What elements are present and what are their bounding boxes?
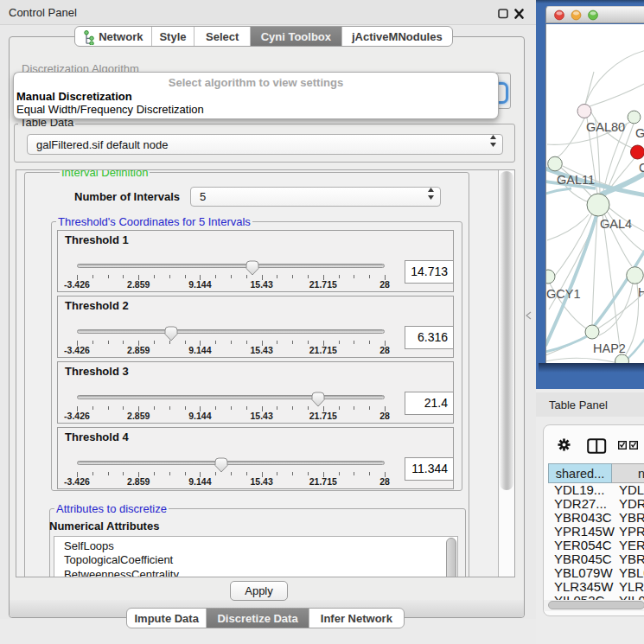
svg-text:GCY1: GCY1 (546, 287, 581, 301)
svg-text:H: H (638, 285, 644, 299)
svg-text:GAL4: GAL4 (600, 217, 632, 231)
svg-text:C: C (639, 161, 644, 175)
svg-text:GAL80: GAL80 (586, 120, 625, 134)
svg-text:GAL11: GAL11 (557, 173, 595, 187)
svg-text:HAP2: HAP2 (593, 341, 626, 355)
svg-text:G.: G. (635, 126, 644, 140)
